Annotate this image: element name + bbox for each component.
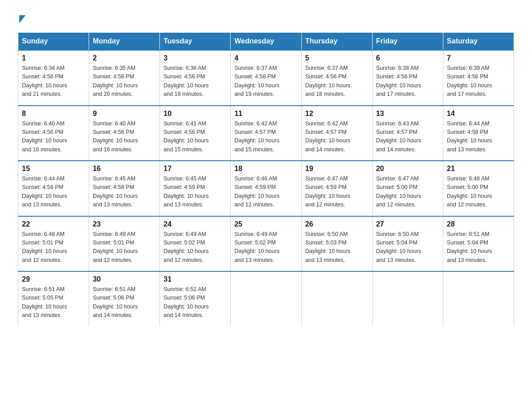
day-info: Sunrise: 6:45 AM Sunset: 4:58 PM Dayligh… bbox=[93, 175, 156, 210]
calendar-cell: 10 Sunrise: 6:41 AM Sunset: 4:56 PM Dayl… bbox=[160, 106, 231, 161]
day-number: 17 bbox=[163, 165, 227, 173]
calendar-cell: 5 Sunrise: 6:37 AM Sunset: 4:56 PM Dayli… bbox=[301, 50, 372, 106]
day-number: 5 bbox=[305, 54, 369, 62]
calendar-cell: 15 Sunrise: 6:44 AM Sunset: 4:58 PM Dayl… bbox=[18, 161, 89, 216]
day-number: 21 bbox=[447, 165, 510, 173]
day-number: 3 bbox=[163, 54, 227, 62]
day-number: 19 bbox=[305, 165, 369, 173]
day-number: 29 bbox=[22, 275, 85, 283]
calendar-cell: 23 Sunrise: 6:49 AM Sunset: 5:01 PM Dayl… bbox=[89, 216, 160, 272]
calendar-cell: 18 Sunrise: 6:46 AM Sunset: 4:59 PM Dayl… bbox=[231, 161, 301, 216]
day-info: Sunrise: 6:39 AM Sunset: 4:56 PM Dayligh… bbox=[447, 64, 510, 99]
day-info: Sunrise: 6:38 AM Sunset: 4:56 PM Dayligh… bbox=[376, 64, 439, 99]
day-number: 14 bbox=[447, 110, 510, 118]
day-info: Sunrise: 6:36 AM Sunset: 4:56 PM Dayligh… bbox=[163, 64, 227, 99]
calendar-cell: 21 Sunrise: 6:48 AM Sunset: 5:00 PM Dayl… bbox=[443, 161, 514, 216]
calendar-table: SundayMondayTuesdayWednesdayThursdayFrid… bbox=[18, 32, 514, 326]
calendar-cell: 9 Sunrise: 6:40 AM Sunset: 4:56 PM Dayli… bbox=[89, 106, 160, 161]
day-info: Sunrise: 6:50 AM Sunset: 5:03 PM Dayligh… bbox=[305, 230, 369, 265]
day-info: Sunrise: 6:35 AM Sunset: 4:56 PM Dayligh… bbox=[93, 64, 156, 99]
day-number: 4 bbox=[234, 54, 297, 62]
day-number: 6 bbox=[376, 54, 439, 62]
day-number: 24 bbox=[163, 220, 227, 228]
dow-header-tuesday: Tuesday bbox=[160, 33, 231, 51]
day-number: 23 bbox=[93, 220, 156, 228]
calendar-cell: 30 Sunrise: 6:51 AM Sunset: 5:06 PM Dayl… bbox=[89, 271, 160, 326]
day-info: Sunrise: 6:47 AM Sunset: 4:59 PM Dayligh… bbox=[305, 175, 369, 210]
day-number: 18 bbox=[234, 165, 297, 173]
day-info: Sunrise: 6:49 AM Sunset: 5:02 PM Dayligh… bbox=[163, 230, 227, 265]
day-info: Sunrise: 6:47 AM Sunset: 5:00 PM Dayligh… bbox=[376, 175, 439, 210]
calendar-cell: 25 Sunrise: 6:49 AM Sunset: 5:02 PM Dayl… bbox=[231, 216, 301, 272]
dow-header-friday: Friday bbox=[372, 33, 443, 51]
day-info: Sunrise: 6:51 AM Sunset: 5:05 PM Dayligh… bbox=[22, 285, 85, 320]
day-number: 7 bbox=[447, 54, 510, 62]
day-number: 28 bbox=[447, 220, 510, 228]
calendar-cell bbox=[443, 271, 514, 326]
day-info: Sunrise: 6:48 AM Sunset: 5:00 PM Dayligh… bbox=[447, 175, 510, 210]
calendar-cell: 20 Sunrise: 6:47 AM Sunset: 5:00 PM Dayl… bbox=[372, 161, 443, 216]
day-number: 11 bbox=[234, 110, 297, 118]
day-number: 22 bbox=[22, 220, 85, 228]
logo-arrow-icon bbox=[19, 15, 26, 23]
dow-header-monday: Monday bbox=[89, 33, 160, 51]
calendar-cell: 27 Sunrise: 6:50 AM Sunset: 5:04 PM Dayl… bbox=[372, 216, 443, 272]
day-info: Sunrise: 6:51 AM Sunset: 5:04 PM Dayligh… bbox=[447, 230, 510, 265]
calendar-cell: 14 Sunrise: 6:44 AM Sunset: 4:58 PM Dayl… bbox=[443, 106, 514, 161]
dow-header-wednesday: Wednesday bbox=[231, 33, 301, 51]
calendar-cell bbox=[301, 271, 372, 326]
day-info: Sunrise: 6:37 AM Sunset: 4:56 PM Dayligh… bbox=[305, 64, 369, 99]
day-info: Sunrise: 6:49 AM Sunset: 5:02 PM Dayligh… bbox=[234, 230, 297, 265]
day-info: Sunrise: 6:48 AM Sunset: 5:01 PM Dayligh… bbox=[22, 230, 85, 265]
day-number: 15 bbox=[22, 165, 85, 173]
day-info: Sunrise: 6:44 AM Sunset: 4:58 PM Dayligh… bbox=[447, 120, 510, 154]
calendar-cell: 29 Sunrise: 6:51 AM Sunset: 5:05 PM Dayl… bbox=[18, 271, 89, 326]
page-header bbox=[18, 13, 514, 23]
calendar-cell: 22 Sunrise: 6:48 AM Sunset: 5:01 PM Dayl… bbox=[18, 216, 89, 272]
day-info: Sunrise: 6:52 AM Sunset: 5:06 PM Dayligh… bbox=[163, 285, 227, 320]
calendar-cell: 6 Sunrise: 6:38 AM Sunset: 4:56 PM Dayli… bbox=[372, 50, 443, 106]
calendar-cell: 7 Sunrise: 6:39 AM Sunset: 4:56 PM Dayli… bbox=[443, 50, 514, 106]
calendar-cell: 8 Sunrise: 6:40 AM Sunset: 4:56 PM Dayli… bbox=[18, 106, 89, 161]
calendar-cell: 28 Sunrise: 6:51 AM Sunset: 5:04 PM Dayl… bbox=[443, 216, 514, 272]
calendar-cell: 26 Sunrise: 6:50 AM Sunset: 5:03 PM Dayl… bbox=[301, 216, 372, 272]
day-info: Sunrise: 6:44 AM Sunset: 4:58 PM Dayligh… bbox=[22, 175, 85, 210]
day-info: Sunrise: 6:40 AM Sunset: 4:56 PM Dayligh… bbox=[93, 120, 156, 154]
calendar-cell: 24 Sunrise: 6:49 AM Sunset: 5:02 PM Dayl… bbox=[160, 216, 231, 272]
day-number: 8 bbox=[22, 110, 85, 118]
day-info: Sunrise: 6:42 AM Sunset: 4:57 PM Dayligh… bbox=[234, 120, 297, 154]
dow-header-sunday: Sunday bbox=[18, 33, 89, 51]
calendar-cell: 4 Sunrise: 6:37 AM Sunset: 4:56 PM Dayli… bbox=[231, 50, 301, 106]
day-number: 25 bbox=[234, 220, 297, 228]
calendar-cell bbox=[231, 271, 301, 326]
day-number: 13 bbox=[376, 110, 439, 118]
day-number: 30 bbox=[93, 275, 156, 283]
calendar-cell bbox=[372, 271, 443, 326]
day-info: Sunrise: 6:42 AM Sunset: 4:57 PM Dayligh… bbox=[305, 120, 369, 154]
day-number: 12 bbox=[305, 110, 369, 118]
day-info: Sunrise: 6:43 AM Sunset: 4:57 PM Dayligh… bbox=[376, 120, 439, 154]
day-info: Sunrise: 6:51 AM Sunset: 5:06 PM Dayligh… bbox=[93, 285, 156, 320]
day-info: Sunrise: 6:37 AM Sunset: 4:56 PM Dayligh… bbox=[234, 64, 297, 99]
day-number: 16 bbox=[93, 165, 156, 173]
calendar-cell: 2 Sunrise: 6:35 AM Sunset: 4:56 PM Dayli… bbox=[89, 50, 160, 106]
calendar-cell: 3 Sunrise: 6:36 AM Sunset: 4:56 PM Dayli… bbox=[160, 50, 231, 106]
day-info: Sunrise: 6:46 AM Sunset: 4:59 PM Dayligh… bbox=[234, 175, 297, 210]
day-number: 20 bbox=[376, 165, 439, 173]
day-info: Sunrise: 6:41 AM Sunset: 4:56 PM Dayligh… bbox=[163, 120, 227, 154]
day-number: 9 bbox=[93, 110, 156, 118]
calendar-cell: 1 Sunrise: 6:34 AM Sunset: 4:56 PM Dayli… bbox=[18, 50, 89, 106]
day-info: Sunrise: 6:49 AM Sunset: 5:01 PM Dayligh… bbox=[93, 230, 156, 265]
day-number: 1 bbox=[22, 54, 85, 62]
day-number: 2 bbox=[93, 54, 156, 62]
calendar-cell: 17 Sunrise: 6:45 AM Sunset: 4:59 PM Dayl… bbox=[160, 161, 231, 216]
calendar-cell: 31 Sunrise: 6:52 AM Sunset: 5:06 PM Dayl… bbox=[160, 271, 231, 326]
calendar-cell: 12 Sunrise: 6:42 AM Sunset: 4:57 PM Dayl… bbox=[301, 106, 372, 161]
day-number: 31 bbox=[163, 275, 227, 283]
calendar-cell: 19 Sunrise: 6:47 AM Sunset: 4:59 PM Dayl… bbox=[301, 161, 372, 216]
dow-header-thursday: Thursday bbox=[301, 33, 372, 51]
day-info: Sunrise: 6:45 AM Sunset: 4:59 PM Dayligh… bbox=[163, 175, 227, 210]
logo bbox=[18, 13, 26, 23]
calendar-cell: 11 Sunrise: 6:42 AM Sunset: 4:57 PM Dayl… bbox=[231, 106, 301, 161]
dow-header-saturday: Saturday bbox=[443, 33, 514, 51]
